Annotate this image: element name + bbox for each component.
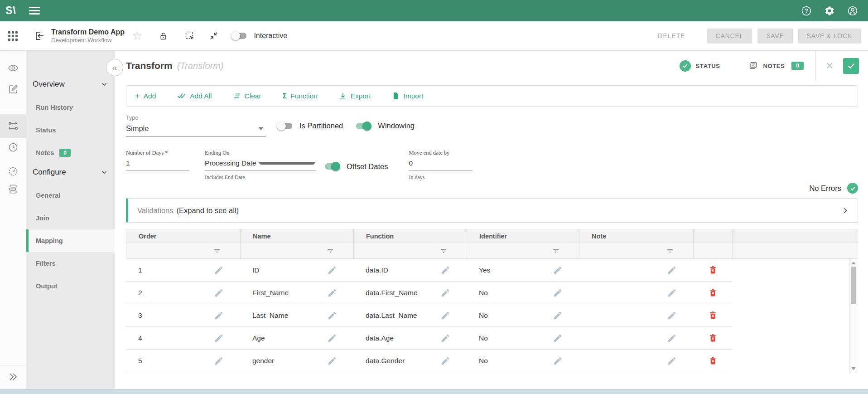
- ending-on-select[interactable]: Ending On Processing Date Includes End D…: [205, 150, 316, 181]
- collapse-panel-button[interactable]: «: [106, 59, 123, 76]
- sidebar-item-mapping[interactable]: Mapping: [26, 229, 115, 252]
- edit-pencil-icon[interactable]: [214, 265, 224, 275]
- add-button[interactable]: +Add: [135, 92, 156, 101]
- edit-pencil-icon[interactable]: [327, 265, 337, 275]
- import-button[interactable]: Import: [392, 92, 423, 100]
- notes-group[interactable]: NOTES 0: [748, 61, 804, 71]
- sidebar-item-status[interactable]: Status: [26, 119, 115, 141]
- edit-pencil-icon[interactable]: [440, 288, 450, 298]
- column-header-function[interactable]: Function: [354, 229, 467, 243]
- horizontal-scrollbar[interactable]: [0, 389, 868, 394]
- edit-pencil-icon[interactable]: [667, 333, 677, 343]
- scroll-up-arrow[interactable]: [850, 259, 857, 266]
- edit-pencil-icon[interactable]: [327, 288, 337, 298]
- expand-sidebar-icon[interactable]: [8, 371, 19, 382]
- edit-pencil-icon[interactable]: [214, 333, 224, 343]
- number-of-days-field[interactable]: Number of Days * 1: [126, 150, 189, 171]
- move-end-date-value[interactable]: 0: [409, 156, 473, 171]
- edit-pencil-icon[interactable]: [553, 311, 563, 321]
- edit-icon[interactable]: [8, 84, 19, 95]
- sidebar-section-overview[interactable]: Overview: [26, 76, 115, 92]
- delete-row-trash-icon[interactable]: [708, 333, 718, 343]
- scrollbar-thumb[interactable]: [851, 267, 856, 304]
- save-button[interactable]: SAVE: [757, 29, 793, 44]
- delete-row-trash-icon[interactable]: [708, 288, 718, 297]
- edit-pencil-icon[interactable]: [553, 265, 563, 275]
- edit-pencil-icon[interactable]: [553, 333, 563, 343]
- type-select[interactable]: Type Simple: [126, 115, 266, 137]
- number-of-days-value[interactable]: 1: [126, 156, 189, 171]
- delete-row-trash-icon[interactable]: [708, 265, 718, 275]
- favorite-star-icon[interactable]: ☆: [132, 30, 142, 42]
- database-stack-icon[interactable]: [8, 184, 19, 195]
- sidebar-item-notes[interactable]: Notes 0: [26, 141, 115, 164]
- validations-panel[interactable]: Validations (Expand to see all): [126, 198, 858, 223]
- sidebar-item-run-history[interactable]: Run History: [26, 96, 115, 119]
- windowing-toggle[interactable]: [355, 122, 371, 131]
- edit-pencil-icon[interactable]: [667, 356, 677, 366]
- filter-icon[interactable]: [552, 247, 560, 255]
- lock-icon[interactable]: [159, 31, 168, 41]
- edit-pencil-icon[interactable]: [327, 311, 337, 321]
- preview-eye-icon[interactable]: [8, 63, 19, 73]
- offset-dates-toggle[interactable]: [324, 162, 340, 171]
- cancel-button[interactable]: CANCEL: [707, 29, 752, 44]
- confirm-check-button[interactable]: [843, 58, 859, 74]
- chevron-down-icon: [100, 168, 108, 176]
- name-cell: ID: [252, 266, 260, 274]
- add-all-button[interactable]: Add All: [177, 92, 212, 100]
- apps-grid-icon[interactable]: [8, 31, 18, 41]
- delete-button[interactable]: DELETE: [658, 32, 685, 39]
- column-header-name[interactable]: Name: [241, 229, 354, 243]
- edit-pencil-icon[interactable]: [214, 311, 224, 321]
- filter-icon[interactable]: [439, 247, 448, 255]
- edit-pencil-icon[interactable]: [667, 288, 677, 298]
- scroll-down-arrow[interactable]: [850, 365, 857, 372]
- is-partitioned-toggle[interactable]: [277, 122, 293, 131]
- account-icon[interactable]: [847, 5, 858, 16]
- help-icon[interactable]: ?: [801, 5, 812, 16]
- pipeline-icon[interactable]: [8, 121, 19, 131]
- interactive-toggle[interactable]: [231, 31, 247, 40]
- sidebar-item-join[interactable]: Join: [26, 207, 115, 229]
- edit-pencil-icon[interactable]: [553, 356, 563, 366]
- status-label[interactable]: STATUS: [696, 63, 720, 69]
- save-lock-button[interactable]: SAVE & LOCK: [798, 29, 861, 44]
- gauge-icon[interactable]: [8, 166, 19, 177]
- edit-pencil-icon[interactable]: [214, 288, 224, 298]
- edit-pencil-icon[interactable]: [667, 311, 677, 321]
- close-icon[interactable]: ×: [826, 60, 833, 72]
- column-header-identifier[interactable]: Identifier: [467, 229, 579, 243]
- filter-icon[interactable]: [326, 247, 334, 255]
- settings-gear-icon[interactable]: [824, 5, 835, 16]
- edit-pencil-icon[interactable]: [667, 265, 677, 275]
- sidebar-item-filters[interactable]: Filters: [26, 252, 115, 275]
- collapse-window-icon[interactable]: [209, 31, 219, 41]
- exit-app-icon[interactable]: [34, 30, 45, 42]
- sidebar-item-general[interactable]: General: [26, 184, 115, 207]
- edit-pencil-icon[interactable]: [440, 265, 450, 275]
- sidebar-section-configure[interactable]: Configure: [26, 164, 115, 180]
- sidebar-item-output[interactable]: Output: [26, 275, 115, 297]
- filter-icon[interactable]: [213, 247, 221, 255]
- function-button[interactable]: ΣFunction: [283, 92, 318, 100]
- filter-icon[interactable]: [666, 247, 674, 255]
- edit-pencil-icon[interactable]: [440, 356, 450, 366]
- select-region-icon[interactable]: [184, 30, 195, 41]
- edit-pencil-icon[interactable]: [327, 356, 337, 366]
- delete-row-trash-icon[interactable]: [708, 311, 718, 320]
- delete-row-trash-icon[interactable]: [708, 356, 718, 365]
- move-end-date-field[interactable]: Move end date by 0 In days: [409, 150, 473, 181]
- export-button[interactable]: Export: [339, 92, 371, 100]
- edit-pencil-icon[interactable]: [440, 333, 450, 343]
- edit-pencil-icon[interactable]: [327, 333, 337, 343]
- edit-pencil-icon[interactable]: [440, 311, 450, 321]
- hamburger-menu-icon[interactable]: [29, 5, 40, 16]
- column-header-note[interactable]: Note: [579, 229, 694, 243]
- edit-pencil-icon[interactable]: [214, 356, 224, 366]
- vertical-scrollbar[interactable]: [849, 259, 857, 372]
- edit-pencil-icon[interactable]: [553, 288, 563, 298]
- history-clock-icon[interactable]: [8, 142, 19, 153]
- clear-button[interactable]: Clear: [233, 92, 261, 100]
- column-header-order[interactable]: Order: [126, 229, 241, 243]
